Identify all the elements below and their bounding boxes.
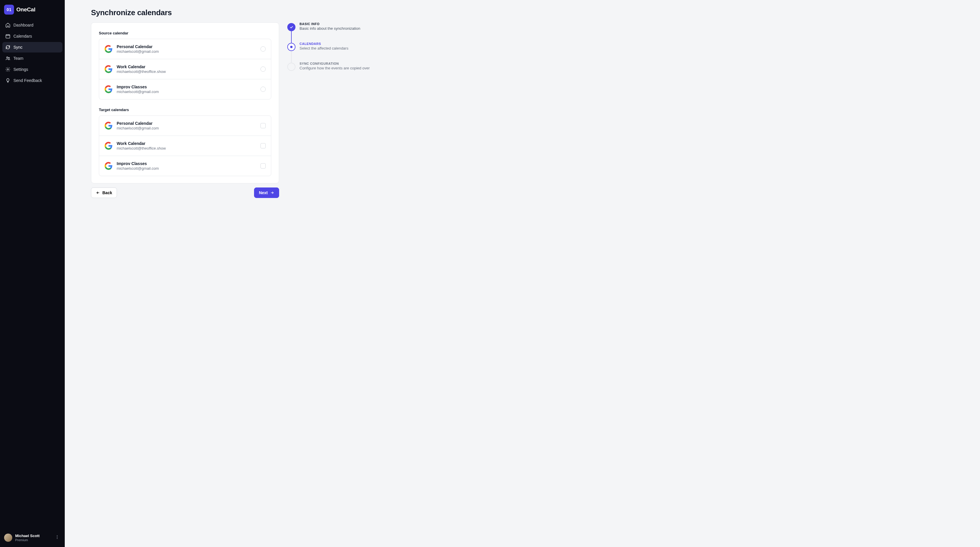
step-basic-info: Basic Info Basic info about the synchron…	[287, 23, 370, 43]
brand-name: OneCal	[16, 6, 35, 13]
svg-point-2	[8, 57, 10, 59]
calendar-icon	[5, 33, 11, 39]
source-radio[interactable]	[261, 87, 266, 92]
step-title: Sync Configuration	[299, 62, 370, 65]
svg-point-5	[57, 537, 57, 537]
check-icon	[290, 25, 293, 29]
source-heading: Source calendar	[99, 31, 271, 35]
calendar-name: Improv Classes	[117, 161, 159, 166]
target-calendar-row[interactable]: Personal Calendar michaelscott@gmail.com	[99, 116, 271, 136]
next-label: Next	[259, 191, 268, 195]
step-calendars: Calendars Select the affected calendars	[287, 43, 370, 63]
source-radio[interactable]	[261, 46, 266, 52]
calendar-name: Personal Calendar	[117, 121, 159, 126]
google-icon	[104, 142, 113, 150]
sync-icon	[5, 45, 11, 50]
step-title: Calendars	[299, 42, 348, 46]
source-calendar-row[interactable]: Improv Classes michaelscott@gmail.com	[99, 79, 271, 99]
nav-label: Team	[13, 56, 23, 60]
svg-point-6	[57, 538, 57, 539]
step-bullet-completed	[287, 23, 296, 31]
calendar-email: michaelscott@gmail.com	[117, 89, 159, 94]
user-plan: Premium	[15, 538, 40, 542]
step-desc: Configure how the events are copied over	[299, 66, 370, 70]
nav-settings[interactable]: Settings	[2, 64, 62, 75]
nav-calendars[interactable]: Calendars	[2, 31, 62, 41]
sidebar: 01 OneCal Dashboard Calendars Sync	[0, 0, 65, 547]
calendar-selection-card: Source calendar Personal Calendar michae…	[91, 22, 279, 183]
calendar-name: Improv Classes	[117, 84, 159, 89]
nav-label: Send Feedback	[13, 78, 42, 83]
brand-mark: 01	[4, 5, 14, 14]
source-radio[interactable]	[261, 67, 266, 72]
calendar-email: michaelscott@gmail.com	[117, 49, 159, 54]
google-icon	[104, 85, 113, 93]
calendar-email: michaelscott@theoffice.show	[117, 69, 165, 74]
page-title: Synchronize calendars	[91, 8, 954, 17]
target-checkbox[interactable]	[261, 123, 266, 128]
source-calendar-row[interactable]: Personal Calendar michaelscott@gmail.com	[99, 39, 271, 59]
more-vertical-icon	[55, 535, 59, 539]
calendar-name: Work Calendar	[117, 141, 165, 146]
home-icon	[5, 22, 11, 28]
primary-nav: Dashboard Calendars Sync Team	[2, 20, 62, 86]
step-bullet-upcoming	[287, 63, 296, 71]
wizard-steps: Basic Info Basic info about the synchron…	[287, 23, 370, 71]
nav-label: Settings	[13, 67, 28, 72]
nav-label: Sync	[13, 45, 22, 49]
team-icon	[5, 56, 11, 61]
nav-label: Dashboard	[13, 23, 33, 27]
google-icon	[104, 122, 113, 130]
target-list: Personal Calendar michaelscott@gmail.com…	[99, 116, 271, 176]
calendar-email: michaelscott@gmail.com	[117, 166, 159, 170]
svg-point-3	[7, 69, 9, 70]
nav-dashboard[interactable]: Dashboard	[2, 20, 62, 30]
main-content: Synchronize calendars Source calendar Pe…	[65, 0, 980, 547]
calendar-email: michaelscott@theoffice.show	[117, 146, 165, 151]
source-list: Personal Calendar michaelscott@gmail.com…	[99, 39, 271, 99]
arrow-right-icon	[270, 191, 274, 195]
nav-feedback[interactable]: Send Feedback	[2, 75, 62, 86]
calendar-name: Work Calendar	[117, 64, 165, 69]
step-title: Basic Info	[299, 22, 360, 25]
nav-label: Calendars	[13, 34, 32, 38]
step-desc: Select the affected calendars	[299, 46, 348, 51]
lightbulb-icon	[5, 78, 11, 83]
svg-point-4	[57, 535, 57, 536]
brand: 01 OneCal	[2, 4, 62, 20]
target-calendar-row[interactable]: Improv Classes michaelscott@gmail.com	[99, 156, 271, 176]
user-menu-button[interactable]	[54, 534, 60, 542]
user-name: Michael Scott	[15, 534, 40, 538]
target-checkbox[interactable]	[261, 143, 266, 148]
next-button[interactable]: Next	[254, 188, 279, 198]
source-calendar-row[interactable]: Work Calendar michaelscott@theoffice.sho…	[99, 59, 271, 79]
google-icon	[104, 45, 113, 53]
calendar-name: Personal Calendar	[117, 45, 159, 49]
back-button[interactable]: Back	[91, 188, 117, 198]
target-checkbox[interactable]	[261, 163, 266, 169]
gear-icon	[5, 67, 11, 72]
calendar-email: michaelscott@gmail.com	[117, 126, 159, 130]
google-icon	[104, 162, 113, 170]
svg-point-1	[7, 57, 8, 58]
step-bullet-active	[287, 43, 296, 51]
avatar	[4, 534, 12, 542]
google-icon	[104, 65, 113, 73]
step-desc: Basic info about the synchronization	[299, 26, 360, 30]
nav-sync[interactable]: Sync	[2, 42, 62, 52]
back-label: Back	[102, 191, 112, 195]
target-calendar-row[interactable]: Work Calendar michaelscott@theoffice.sho…	[99, 136, 271, 156]
step-sync-config: Sync Configuration Configure how the eve…	[287, 63, 370, 71]
svg-rect-0	[6, 35, 10, 38]
nav-team[interactable]: Team	[2, 53, 62, 64]
sidebar-user: Michael Scott Premium	[2, 531, 62, 545]
target-heading: Target calendars	[99, 108, 271, 112]
arrow-left-icon	[96, 191, 100, 195]
